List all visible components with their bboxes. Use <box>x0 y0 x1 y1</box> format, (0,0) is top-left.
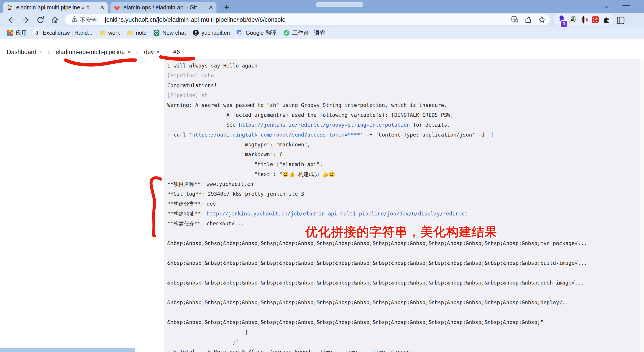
jenkins-butler-icon <box>6 4 13 11</box>
excalidraw-icon <box>34 30 40 36</box>
console-line: Congratulations! <box>167 80 587 90</box>
console-text: Affected argument(s) used the following … <box>167 112 453 118</box>
console-link[interactable]: http://jenkins.yuchaoit.cn/job/eladmin-a… <box>206 211 468 217</box>
tab-strip: eladmin-api-multi-pipeline » c ✕ elamin-… <box>0 0 644 13</box>
console-text: **构建地址**: <box>167 211 206 217</box>
console-line: [Pipeline] sh <box>167 90 587 100</box>
jenkins-page: Dashboard∨›eladmin-api-multi-pipeline∨›d… <box>0 38 644 352</box>
console-text: &nbsp;&nbsp;&nbsp;&nbsp;&nbsp;&nbsp;&nbs… <box>167 300 572 305</box>
security-status[interactable]: 不安全 <box>72 16 97 24</box>
breadcrumb-item-dev[interactable]: dev∨ <box>144 49 160 56</box>
svg-text:文: 文 <box>240 32 242 35</box>
extensions-puzzle-icon[interactable] <box>602 16 610 24</box>
tab-search-chevron-icon[interactable]: ⌄ <box>604 2 609 10</box>
bookmark-label: Excalidraw | Hand... <box>43 30 92 36</box>
url-bar[interactable]: 不安全 jenkins.yuchaoit.cn/job/eladmin-api-… <box>65 14 550 25</box>
security-label: 不安全 <box>80 16 97 23</box>
breadcrumb-label[interactable]: Dashboard <box>7 49 36 56</box>
forward-button[interactable] <box>22 15 30 24</box>
bookmark-label: 应用 <box>16 29 27 36</box>
new-tab-button[interactable]: + <box>222 3 231 12</box>
bottom-scrollbar[interactable] <box>0 348 135 352</box>
breadcrumb: Dashboard∨›eladmin-api-multi-pipeline∨›d… <box>0 45 644 59</box>
profile-sidebar-icon[interactable] <box>616 16 625 26</box>
bookmark-item[interactable]: note <box>127 30 147 36</box>
share-icon[interactable] <box>524 16 532 23</box>
gitlab-icon <box>114 4 120 11</box>
page-scrollbar[interactable] <box>640 59 644 352</box>
console-text: &nbsp;&nbsp;&nbsp;&nbsp;&nbsp;&nbsp;&nbs… <box>167 260 587 266</box>
tab-gitlab-repo[interactable]: elamin-ops / eladmin-api · Git ✕ <box>110 2 216 13</box>
bookmark-item[interactable]: 应用 <box>7 29 27 36</box>
console-line <box>167 268 587 278</box>
console-text: "text": "😄👍 构建成功 👍😄 <box>167 171 335 177</box>
breadcrumb-label[interactable]: #6 <box>173 49 180 56</box>
chevron-down-icon[interactable]: ∨ <box>156 49 160 54</box>
window-minimize-button[interactable]: — <box>622 0 630 9</box>
console-line: &nbsp;&nbsp;&nbsp;&nbsp;&nbsp;&nbsp;&nbs… <box>167 278 587 288</box>
console-text: [Pipeline] sh <box>167 92 208 98</box>
console-line <box>167 307 587 317</box>
console-text: + curl ' <box>167 132 192 138</box>
close-icon[interactable]: ✕ <box>100 4 105 11</box>
console-line: }' <box>167 337 587 347</box>
browser-toolbar: 不安全 jenkins.yuchaoit.cn/job/eladmin-api-… <box>0 13 644 27</box>
console-text: "markdown": { <box>167 152 282 157</box>
folder-icon <box>99 30 106 36</box>
console-text: **构建分支**: dev <box>167 201 216 207</box>
console-line: % Total % Received % Xferd Average Speed… <box>167 347 587 352</box>
console-text: **构建任务**: checkout√... <box>167 221 244 226</box>
console-link[interactable]: https://jenkins.io/redirect/groovy-strin… <box>239 122 410 128</box>
tab-jenkins-console[interactable]: eladmin-api-multi-pipeline » c ✕ <box>3 2 108 13</box>
breadcrumb-item-eladmin-api-multi-pipeline[interactable]: eladmin-api-multi-pipeline∨ <box>56 49 130 56</box>
bookmark-label: New chat <box>162 30 186 36</box>
console-line: &nbsp;&nbsp;&nbsp;&nbsp;&nbsp;&nbsp;&nbs… <box>167 317 587 327</box>
breadcrumb-label[interactable]: dev <box>144 49 154 56</box>
breadcrumb-item--6[interactable]: #6 <box>173 49 180 56</box>
bookmark-label: work <box>108 30 120 36</box>
breadcrumb-item-dashboard[interactable]: Dashboard∨ <box>7 49 42 56</box>
breadcrumb-separator-icon: › <box>136 49 138 56</box>
bookmark-item[interactable]: work <box>99 30 120 36</box>
reload-button[interactable] <box>36 15 45 24</box>
console-line: + curl 'https://oapi.dingtalk.com/robot/… <box>167 130 587 140</box>
site-s-icon <box>193 30 199 36</box>
bookmark-item[interactable]: New chat <box>153 30 186 36</box>
console-line: See https://jenkins.io/redirect/groovy-s… <box>167 120 587 130</box>
console-text: "msgtype": "markdown", <box>167 142 310 148</box>
chevron-down-icon[interactable]: ∨ <box>128 49 130 54</box>
console-text: **项目名称**: www.yuchaoit.cn <box>167 181 253 187</box>
extension-person-search-icon[interactable] <box>568 15 577 24</box>
console-text: "title":"eladmin-api", <box>167 162 323 167</box>
bookmark-item[interactable]: 工作台 · 语雀 <box>284 29 325 36</box>
home-button[interactable] <box>50 15 59 24</box>
tab-title: eladmin-api-multi-pipeline » c <box>16 4 98 11</box>
back-button[interactable] <box>7 15 16 24</box>
console-line: Affected argument(s) used the following … <box>167 110 587 120</box>
console-link[interactable]: https://oapi.dingtalk.com/robot/send?acc… <box>192 132 360 138</box>
console-text: % Total % Received % Xferd Average Speed… <box>167 349 413 352</box>
bookmark-item[interactable]: Excalidraw | Hand... <box>34 30 92 36</box>
apps-grid-icon <box>7 30 13 36</box>
chatgpt-icon <box>153 30 160 36</box>
console-text: &nbsp;&nbsp;&nbsp;&nbsp;&nbsp;&nbsp;&nbs… <box>167 319 544 325</box>
extension-dice-icon[interactable] <box>591 15 600 24</box>
bookmark-item[interactable]: yuchaoit.cn <box>193 30 230 36</box>
console-line: "title":"eladmin-api", <box>167 160 587 169</box>
bookmark-label: Google 翻译 <box>246 29 277 36</box>
bookmark-item[interactable]: G文Google 翻译 <box>237 29 277 36</box>
console-line: "markdown": { <box>167 150 587 160</box>
console-text: See <box>167 122 239 128</box>
breadcrumb-label[interactable]: eladmin-api-multi-pipeline <box>56 49 125 56</box>
breadcrumb-separator-icon: › <box>165 49 167 56</box>
close-icon[interactable]: ✕ <box>208 4 213 11</box>
extension-waveform-icon[interactable] <box>580 15 588 24</box>
console-line <box>167 248 587 258</box>
console-line: **构建分支**: dev <box>167 199 587 209</box>
bookmark-label: 工作台 · 语雀 <box>292 29 325 36</box>
console-line: **构建地址**: http://jenkins.yuchaoit.cn/job… <box>167 209 587 219</box>
chevron-down-icon[interactable]: ∨ <box>39 49 42 54</box>
translate-icon[interactable]: G文 <box>511 16 519 23</box>
window-drag-pill <box>316 2 363 7</box>
bookmark-star-icon[interactable] <box>538 16 546 23</box>
